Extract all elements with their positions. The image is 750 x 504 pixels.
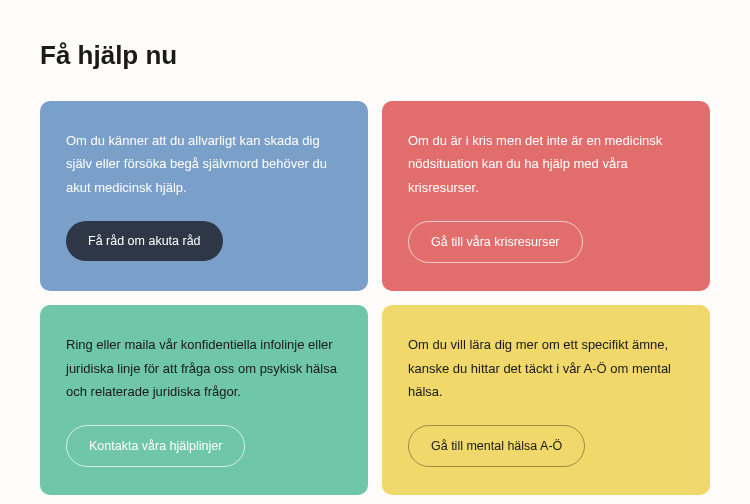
- card-emergency: Om du känner att du allvarligt kan skada…: [40, 101, 368, 291]
- contact-helplines-button[interactable]: Kontakta våra hjälplinjer: [66, 425, 245, 467]
- mental-health-az-button[interactable]: Gå till mental hälsa A-Ö: [408, 425, 585, 467]
- card-mental-health-az-text: Om du vill lära dig mer om ett specifikt…: [408, 333, 684, 403]
- help-cards-grid: Om du känner att du allvarligt kan skada…: [40, 101, 710, 495]
- crisis-resources-button[interactable]: Gå till våra krisresurser: [408, 221, 583, 263]
- card-helplines-text: Ring eller maila vår konfidentiella info…: [66, 333, 342, 403]
- card-emergency-text: Om du känner att du allvarligt kan skada…: [66, 129, 342, 199]
- card-crisis-text: Om du är i kris men det inte är en medic…: [408, 129, 684, 199]
- emergency-advice-button[interactable]: Få råd om akuta råd: [66, 221, 223, 261]
- card-mental-health-az: Om du vill lära dig mer om ett specifikt…: [382, 305, 710, 495]
- card-helplines: Ring eller maila vår konfidentiella info…: [40, 305, 368, 495]
- card-crisis: Om du är i kris men det inte är en medic…: [382, 101, 710, 291]
- page-title: Få hjälp nu: [40, 40, 710, 71]
